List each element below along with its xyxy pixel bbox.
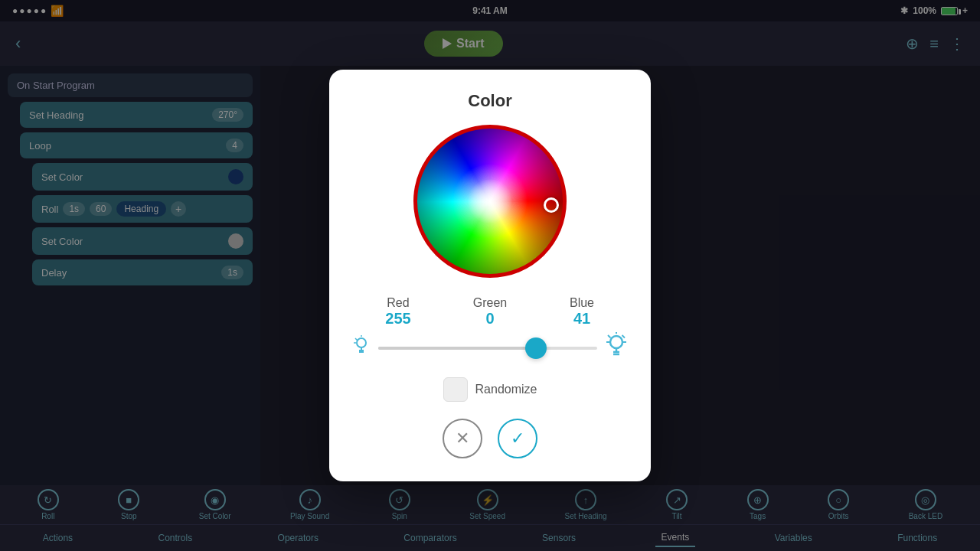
red-name: Red bbox=[352, 296, 444, 310]
randomize-row: Randomize bbox=[443, 377, 537, 402]
green-value: 0 bbox=[444, 310, 536, 328]
svg-point-7 bbox=[610, 336, 622, 348]
modal-title: Color bbox=[468, 91, 511, 111]
brightness-low-icon bbox=[352, 335, 371, 361]
brightness-slider-track[interactable] bbox=[378, 347, 597, 350]
bulb-large-svg bbox=[605, 332, 628, 358]
red-label: Red 255 bbox=[352, 296, 444, 328]
brightness-row bbox=[352, 332, 628, 364]
color-wheel-canvas[interactable] bbox=[413, 125, 567, 278]
modal-buttons: ✕ ✓ bbox=[443, 419, 537, 458]
blue-label: Blue 41 bbox=[536, 296, 628, 328]
blue-value: 41 bbox=[536, 310, 628, 328]
brightness-slider-fill bbox=[378, 347, 536, 350]
randomize-checkbox[interactable] bbox=[443, 377, 468, 402]
svg-line-5 bbox=[355, 338, 358, 341]
brightness-high-icon bbox=[605, 332, 628, 364]
svg-point-0 bbox=[357, 338, 366, 347]
cancel-icon: ✕ bbox=[456, 429, 469, 448]
rgb-labels: Red 255 Green 0 Blue 41 bbox=[352, 296, 628, 328]
green-name: Green bbox=[444, 296, 536, 310]
randomize-label: Randomize bbox=[475, 383, 537, 396]
svg-line-13 bbox=[608, 335, 611, 338]
red-value: 255 bbox=[352, 310, 444, 328]
green-label: Green 0 bbox=[444, 296, 536, 328]
color-modal: Color Red 255 Green 0 Blue 41 bbox=[329, 70, 651, 481]
modal-overlay: Color Red 255 Green 0 Blue 41 bbox=[0, 0, 980, 551]
confirm-button[interactable]: ✓ bbox=[498, 419, 537, 458]
bulb-small-svg bbox=[352, 335, 371, 357]
brightness-slider-thumb[interactable] bbox=[525, 337, 547, 359]
svg-line-14 bbox=[622, 335, 626, 338]
cancel-button[interactable]: ✕ bbox=[443, 419, 482, 458]
confirm-icon: ✓ bbox=[511, 429, 524, 448]
blue-name: Blue bbox=[536, 296, 628, 310]
color-wheel-container[interactable] bbox=[413, 125, 567, 278]
